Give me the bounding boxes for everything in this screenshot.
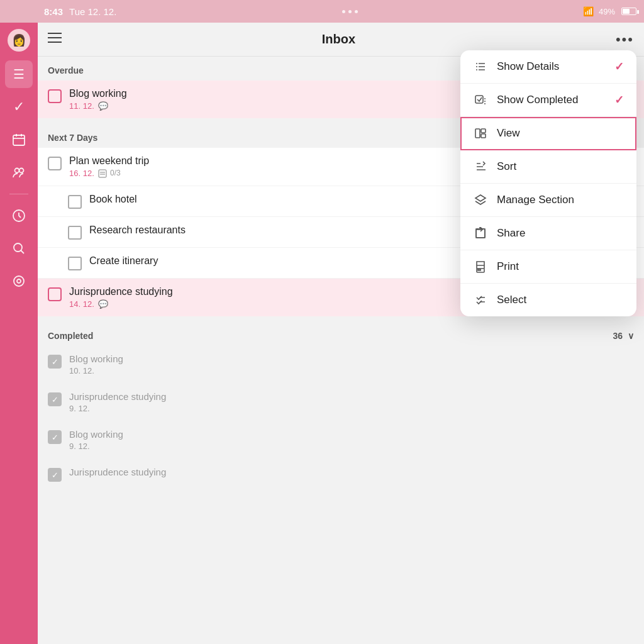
svg-point-5: [19, 169, 24, 173]
header-title: Inbox: [322, 32, 355, 47]
svg-rect-35: [476, 229, 485, 238]
svg-rect-23: [475, 96, 483, 103]
task-checkbox-checked[interactable]: [48, 392, 62, 406]
comment-icon: 💬: [98, 299, 108, 309]
task-item[interactable]: Blog working 10. 12.: [38, 346, 644, 383]
svg-point-4: [15, 169, 19, 173]
task-checkbox-checked[interactable]: [48, 355, 62, 369]
avatar[interactable]: 👩: [8, 29, 30, 52]
task-checkbox[interactable]: [68, 257, 82, 270]
svg-line-8: [21, 250, 24, 253]
task-title: Jurisprudence studying: [69, 391, 634, 402]
svg-rect-29: [481, 134, 486, 138]
print-icon: [473, 259, 488, 274]
task-checkbox-checked[interactable]: [48, 468, 62, 482]
task-meta: 9. 12.: [69, 404, 634, 413]
svg-rect-0: [13, 135, 25, 145]
comment-icon: 💬: [98, 101, 108, 111]
status-right: 📶 49%: [583, 6, 636, 16]
sidebar-icon-people[interactable]: [5, 158, 33, 186]
sidebar: 👩 ☰ ✓: [0, 23, 38, 644]
task-content: Jurisprudence studying 9. 12.: [69, 391, 634, 413]
task-checkbox-checked[interactable]: [48, 430, 62, 444]
task-checkbox[interactable]: [48, 89, 62, 103]
subtask-count: 0/3: [98, 169, 121, 178]
task-title: Blog working: [69, 429, 634, 440]
task-content: Blog working 9. 12.: [69, 429, 634, 451]
task-meta: 10. 12.: [69, 366, 634, 375]
sort-label: Sort: [497, 160, 624, 173]
sidebar-divider: [9, 194, 28, 194]
layers-icon: [473, 192, 488, 208]
completed-section-header: Completed 36 ∨: [38, 322, 644, 346]
svg-rect-27: [475, 129, 480, 138]
battery-icon: [621, 8, 636, 15]
dropdown-item-share[interactable]: Share: [460, 217, 636, 250]
task-item[interactable]: Blog working 9. 12.: [38, 421, 644, 458]
view-label: View: [497, 127, 624, 140]
list-icon: [473, 59, 488, 74]
view-icon: [473, 126, 488, 141]
svg-point-10: [17, 279, 21, 283]
dropdown-item-show-completed[interactable]: Show Completed ✓: [460, 84, 636, 117]
task-checkbox[interactable]: [68, 226, 82, 240]
svg-rect-14: [99, 170, 106, 177]
header-menu-icon[interactable]: [48, 32, 62, 47]
completed-label: Completed: [48, 331, 93, 341]
completed-count: 36 ∨: [613, 331, 634, 341]
dropdown-item-print[interactable]: Print: [460, 250, 636, 284]
task-checkbox[interactable]: [68, 195, 82, 209]
svg-rect-39: [478, 269, 480, 270]
task-content: Jurisprudence studying: [69, 467, 634, 477]
share-icon: [473, 226, 488, 241]
task-title: Jurisprudence studying: [69, 467, 634, 477]
dropdown-item-sort[interactable]: Sort: [460, 150, 636, 184]
svg-marker-34: [475, 195, 486, 201]
dropdown-menu: Show Details ✓ Show Completed ✓ View: [460, 50, 636, 316]
task-content: Blog working 10. 12.: [69, 353, 634, 375]
task-title: Blog working: [69, 353, 634, 364]
sort-icon: [473, 159, 488, 174]
task-meta: 9. 12.: [69, 441, 634, 451]
status-bar: 8:43 Tue 12. 12. 📶 49%: [0, 0, 644, 23]
dropdown-item-manage-section[interactable]: Manage Section: [460, 184, 636, 217]
svg-point-9: [14, 276, 24, 286]
dropdown-item-select[interactable]: Select: [460, 284, 636, 316]
sidebar-icon-clock[interactable]: [5, 202, 33, 230]
select-icon: [473, 292, 488, 308]
show-completed-check: ✓: [614, 93, 624, 107]
check-square-icon: [473, 92, 488, 108]
chevron-down-icon[interactable]: ∨: [628, 331, 634, 341]
show-details-label: Show Details: [497, 60, 606, 73]
battery-percent: 49%: [599, 7, 615, 16]
header-more-button[interactable]: •••: [616, 31, 634, 48]
task-item[interactable]: Jurisprudence studying: [38, 459, 644, 489]
sidebar-icon-search[interactable]: [5, 235, 33, 262]
sidebar-icon-menu[interactable]: ☰: [5, 60, 33, 88]
task-item[interactable]: Jurisprudence studying 9. 12.: [38, 384, 644, 421]
status-date: Tue 12. 12.: [69, 6, 116, 17]
status-time: 8:43: [44, 6, 63, 17]
status-center-dots: [342, 10, 358, 13]
show-completed-label: Show Completed: [497, 94, 606, 106]
task-checkbox[interactable]: [48, 287, 62, 301]
svg-rect-28: [481, 129, 486, 133]
section-divider: [38, 317, 644, 322]
dropdown-item-view[interactable]: View: [460, 117, 636, 150]
dropdown-item-show-details[interactable]: Show Details ✓: [460, 50, 636, 84]
sidebar-icon-calendar[interactable]: [5, 126, 33, 153]
sidebar-icon-check[interactable]: ✓: [5, 93, 33, 121]
wifi-icon: 📶: [583, 6, 594, 16]
share-label: Share: [497, 227, 624, 240]
sidebar-icon-circle[interactable]: [5, 267, 33, 295]
task-checkbox[interactable]: [48, 157, 62, 170]
show-details-check: ✓: [614, 60, 624, 74]
print-label: Print: [497, 260, 624, 273]
select-label: Select: [497, 294, 624, 306]
manage-section-label: Manage Section: [497, 194, 624, 206]
